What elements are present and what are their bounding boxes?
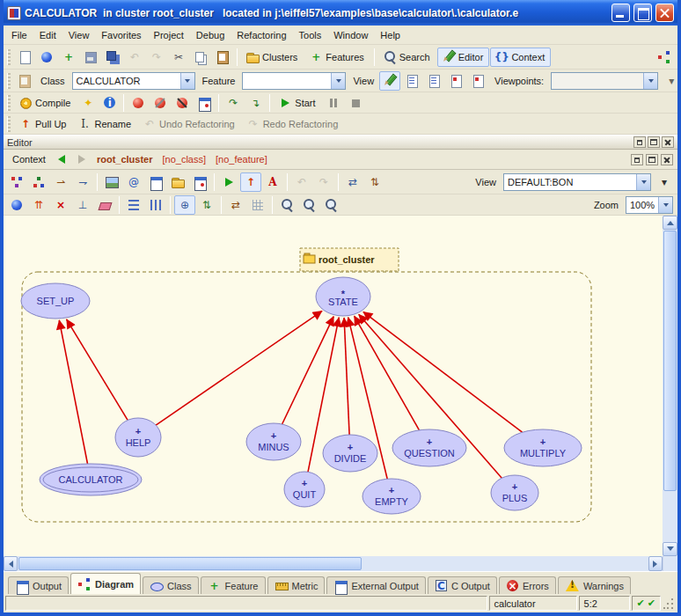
client-graph-icon[interactable] [28,172,49,192]
basic-view-icon[interactable] [379,71,400,91]
context-button[interactable]: {}Context [490,48,551,67]
redo-icon[interactable]: ↷ [146,48,167,67]
redo-refactoring-button[interactable]: ↷Redo Refactoring [242,114,345,134]
tab-c-output[interactable]: CC Output [428,576,497,594]
tab-metric[interactable]: Metric [267,576,326,594]
view-dropdown-icon[interactable]: ▾ [654,172,675,192]
clusters-button[interactable]: Clusters [241,48,304,67]
new-window-icon[interactable] [14,48,35,67]
minimize-button[interactable] [611,4,630,22]
diagram-view-combo[interactable]: DEFAULT:BON [503,173,651,191]
crop-icon[interactable]: ⊥ [72,195,93,215]
zoom-fit-icon[interactable] [298,195,319,215]
title-bar[interactable]: CALCULATOR in cluster root_cluster locat… [4,0,677,26]
chevron-down-icon[interactable] [331,73,345,89]
zoom-in-icon[interactable] [276,195,297,215]
inheritance-link[interactable] [156,311,322,425]
class-node-empty[interactable]: +EMPTY [362,479,421,514]
resize-grip[interactable] [663,596,676,611]
feature-combo[interactable] [242,72,346,90]
toolbar-overflow-icon[interactable]: ▾ [661,71,681,91]
new-class-icon[interactable] [189,172,210,192]
address-class[interactable]: [no_class] [159,154,210,165]
stop-icon[interactable] [345,93,366,113]
depth-icon[interactable]: ⇈ [28,195,49,215]
undock-context-icon[interactable] [631,154,643,165]
tab-external-output[interactable]: External Output [326,576,425,594]
toggle-grid-icon[interactable] [247,195,268,215]
start-button[interactable]: Start [274,93,321,113]
compile-button[interactable]: Compile [14,93,77,113]
inheritance-graph-icon[interactable] [6,172,27,192]
vertical-scrollbar[interactable] [663,216,677,556]
maximize-context-icon[interactable] [646,154,658,165]
pause-icon[interactable] [323,93,344,113]
force-directed-layout-icon[interactable] [218,172,239,192]
menu-view[interactable]: View [62,27,96,43]
menu-favorites[interactable]: Favorites [95,27,147,43]
menu-window[interactable]: Window [327,27,374,43]
toolbar-grip[interactable] [7,73,11,89]
layout-horizontal-icon[interactable] [123,195,144,215]
cluster-tag[interactable]: root_cluster [300,248,399,271]
disable-breakpoints-icon[interactable] [150,93,171,113]
snap-to-grid-icon[interactable]: ⊕ [174,195,195,215]
tab-warnings[interactable]: !Warnings [558,576,631,594]
search-button[interactable]: Search [378,48,436,67]
tab-errors[interactable]: ×Errors [499,576,556,594]
maximize-pane-icon[interactable] [648,136,660,148]
toolbar-grip[interactable] [7,116,11,132]
tab-class[interactable]: Class [143,576,199,594]
sort-icon[interactable]: ⇅ [196,195,217,215]
menu-file[interactable]: File [5,27,33,43]
address-cluster[interactable]: root_cluster [93,154,157,165]
flat-view-icon[interactable] [423,71,444,91]
scroll-right-icon[interactable] [648,556,663,571]
close-context-icon[interactable] [661,154,673,165]
hyperlink-icon[interactable]: @ [123,172,144,192]
show-inheritance-links-icon[interactable]: ⇀ [50,172,71,192]
menu-tools[interactable]: Tools [293,27,328,43]
text-tool-icon[interactable]: A [262,172,283,192]
close-pane-icon[interactable] [662,136,674,148]
inheritance-link[interactable] [59,320,87,464]
tab-feature[interactable]: +Feature [201,576,266,594]
class-node-set_up[interactable]: SET_UP [21,283,90,319]
class-node-minus[interactable]: +MINUS [246,423,301,460]
menu-refactoring[interactable]: Refactoring [231,27,292,43]
menu-help[interactable]: Help [374,27,406,43]
horizontal-scroll-thumb[interactable] [18,557,362,570]
toggle-quality-icon[interactable] [6,195,27,215]
undo-refactoring-button[interactable]: ↶Undo Refactoring [138,114,241,134]
undock-pane-icon[interactable] [633,136,646,148]
export-png-icon[interactable] [101,172,122,192]
forward-button[interactable] [73,151,91,167]
paste-class-icon[interactable] [14,71,35,91]
new-development-window-icon[interactable] [654,48,675,67]
inheritance-link[interactable] [363,312,523,432]
viewpoints-combo[interactable] [551,72,658,90]
delete-icon[interactable]: × [50,195,71,215]
scroll-up-icon[interactable] [663,216,677,230]
straighten-links-icon[interactable]: ⇄ [225,195,246,215]
scroll-down-icon[interactable] [663,542,677,556]
breakpoints-tool-icon[interactable] [194,93,215,113]
copy-icon[interactable] [190,48,211,67]
rename-button[interactable]: I.Rename [73,114,137,134]
menu-edit[interactable]: Edit [33,27,62,43]
zoom-combo[interactable]: 100% [626,196,673,214]
vertical-scroll-track[interactable] [663,492,677,542]
create-inheritance-link-icon[interactable]: ⇅ [364,172,385,192]
save-all-icon[interactable] [102,48,123,67]
horizontal-scrollbar[interactable] [4,556,663,571]
class-combo[interactable]: CALCULATOR [72,72,195,90]
class-node-multiply[interactable]: +MULTIPLY [504,429,582,466]
chevron-down-icon[interactable] [658,197,672,213]
features-button[interactable]: +Features [304,48,370,67]
clickable-view-icon[interactable] [401,71,422,91]
show-breakpoints-icon[interactable] [128,93,149,113]
scroll-left-icon[interactable] [4,556,18,571]
new-cluster-icon[interactable] [167,172,188,192]
class-node-state[interactable]: *STATE [316,277,370,316]
interface-view-icon[interactable] [467,71,488,91]
